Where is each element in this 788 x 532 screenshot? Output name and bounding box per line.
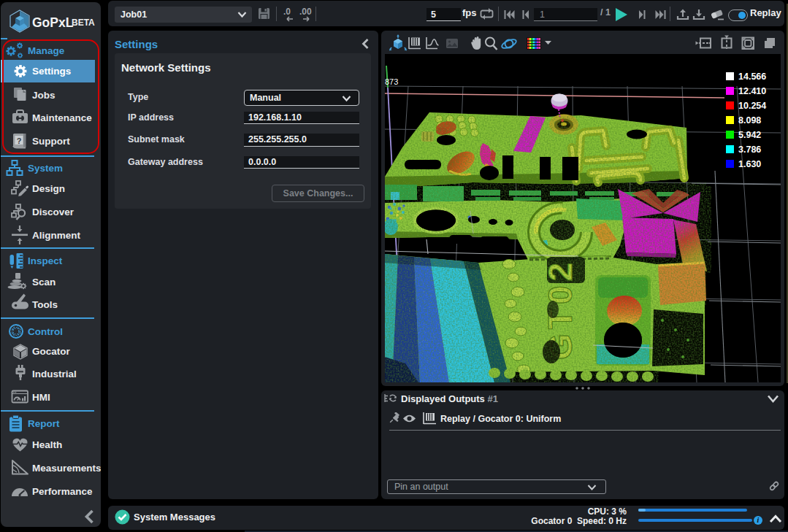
svg-text:12.410: 12.410 <box>738 86 766 96</box>
svg-text:10.254: 10.254 <box>738 101 766 111</box>
svg-text:?: ? <box>17 136 22 145</box>
svg-text:873: 873 <box>385 77 398 86</box>
svg-text:3.786: 3.786 <box>738 144 761 155</box>
svg-text:14.566: 14.566 <box>738 72 766 82</box>
svg-text:5.942: 5.942 <box>738 130 761 140</box>
svg-text:8.098: 8.098 <box>738 115 761 126</box>
svg-text:1.630: 1.630 <box>738 159 761 169</box>
